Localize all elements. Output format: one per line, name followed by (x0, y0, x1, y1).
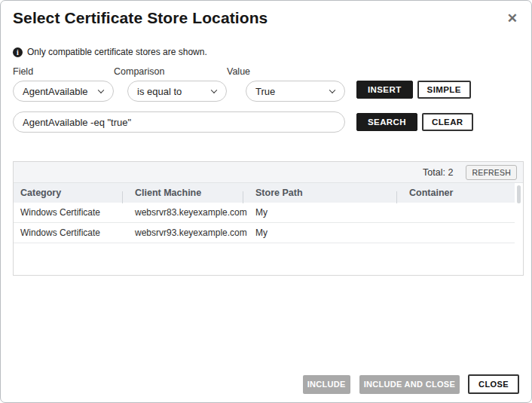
table-scroll-area: Category Client Machine Store Path Conta… (14, 183, 523, 275)
dialog-title: Select Certificate Store Locations (13, 8, 268, 27)
filter-section: Field AgentAvailable Comparison is equal… (13, 66, 519, 133)
value-select-value: True (255, 86, 275, 97)
query-buttons: SEARCH CLEAR (356, 113, 473, 131)
value-column: Value True (227, 66, 345, 102)
insert-button[interactable]: INSERT (356, 81, 413, 99)
comparison-select[interactable]: is equal to (127, 81, 227, 102)
cell-store-path: My (243, 227, 396, 238)
table-toolbar: Total: 2 REFRESH (14, 162, 523, 183)
results-table: Total: 2 REFRESH Category Client Machine… (13, 161, 524, 276)
chevron-down-icon (98, 87, 104, 93)
cell-client-machine: websrvr83.keyexample.com (122, 207, 243, 218)
info-banner: i Only compatible certificate stores are… (13, 47, 519, 57)
comparison-column: Comparison is equal to (114, 66, 227, 102)
dialog-header: Select Certificate Store Locations ✕ (1, 1, 531, 29)
criteria-buttons: INSERT SIMPLE (356, 79, 471, 100)
info-icon: i (13, 47, 23, 57)
close-button[interactable]: CLOSE (468, 374, 519, 394)
clear-button[interactable]: CLEAR (422, 113, 473, 131)
info-text: Only compatible certificate stores are s… (27, 47, 207, 57)
field-column: Field AgentAvailable (13, 66, 114, 102)
dialog-footer: INCLUDE INCLUDE AND CLOSE CLOSE (303, 374, 519, 394)
table-row[interactable]: Windows Certificate websrvr83.keyexample… (14, 203, 515, 223)
cell-store-path: My (243, 207, 396, 218)
table-row[interactable]: Windows Certificate websrvr93.keyexample… (14, 223, 515, 243)
select-certificate-store-locations-dialog: Select Certificate Store Locations ✕ i O… (0, 0, 532, 403)
field-select[interactable]: AgentAvailable (13, 81, 114, 102)
comparison-select-value: is equal to (137, 86, 182, 97)
column-header-category: Category (14, 188, 122, 198)
value-select[interactable]: True (246, 81, 345, 102)
chevron-down-icon (329, 87, 335, 93)
close-icon[interactable]: ✕ (504, 8, 521, 29)
field-label: Field (13, 66, 114, 77)
vertical-scrollbar-thumb[interactable] (517, 185, 521, 203)
chevron-down-icon (211, 87, 217, 93)
cell-client-machine: websrvr93.keyexample.com (122, 227, 243, 238)
value-label: Value (227, 66, 345, 77)
column-header-client-machine: Client Machine (122, 188, 243, 198)
simple-button[interactable]: SIMPLE (417, 81, 471, 99)
cell-category: Windows Certificate (14, 227, 122, 238)
filter-row-criteria: Field AgentAvailable Comparison is equal… (13, 66, 519, 102)
total-count: Total: 2 (423, 167, 453, 178)
comparison-label: Comparison (114, 66, 227, 77)
column-header-store-path: Store Path (243, 188, 396, 198)
search-button[interactable]: SEARCH (356, 113, 417, 131)
cell-category: Windows Certificate (14, 207, 122, 218)
column-header-container: Container (396, 188, 515, 198)
table-header-row: Category Client Machine Store Path Conta… (14, 183, 515, 203)
include-button[interactable]: INCLUDE (303, 375, 350, 394)
field-select-value: AgentAvailable (23, 86, 88, 97)
refresh-button[interactable]: REFRESH (466, 165, 517, 180)
include-and-close-button[interactable]: INCLUDE AND CLOSE (359, 375, 460, 394)
filter-row-query: SEARCH CLEAR (13, 111, 519, 133)
query-input[interactable] (13, 111, 345, 133)
